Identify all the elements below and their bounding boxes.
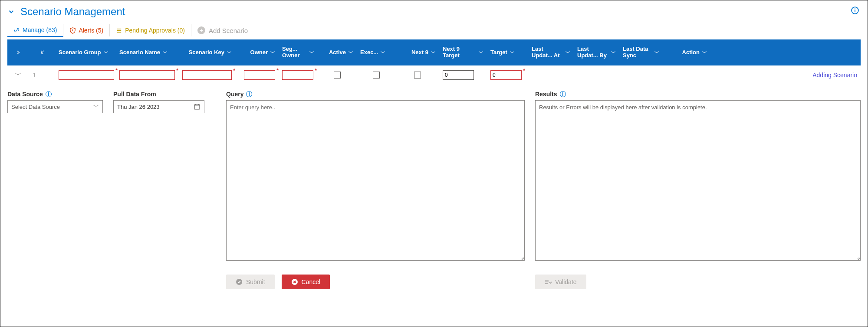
svg-rect-2	[855, 9, 855, 10]
x-circle-icon	[291, 278, 298, 285]
row-collapse-icon[interactable]: ﹀	[15, 71, 21, 79]
cancel-button[interactable]: Cancel	[282, 275, 330, 289]
chevron-down-icon[interactable]: ﹀	[227, 49, 232, 56]
col-index[interactable]: #	[29, 49, 55, 56]
col-expander[interactable]	[7, 50, 29, 55]
pull-data-from-value: Thu Jan 26 2023	[117, 104, 160, 110]
results-field: Results i Results or Errors will be disp…	[535, 91, 861, 289]
scenario-group-input[interactable]	[59, 70, 114, 80]
row-status: Adding Scenario	[812, 72, 857, 78]
col-owner[interactable]: Owner﹀	[235, 49, 279, 56]
chevron-down-icon[interactable]: ﹀	[431, 49, 436, 56]
col-active[interactable]: Active﹀	[318, 49, 357, 56]
add-scenario-button[interactable]: + Add Scenario	[191, 24, 254, 37]
validate-icon	[545, 278, 552, 285]
panel: Scenario Management Manage (83) Alerts (…	[0, 0, 868, 327]
list-icon	[116, 27, 122, 34]
info-icon[interactable]: i	[246, 91, 252, 97]
check-circle-icon	[236, 278, 243, 285]
info-icon[interactable]: i	[46, 91, 52, 97]
row-index: 1	[33, 72, 36, 78]
chevron-down-icon[interactable]: ﹀	[381, 49, 385, 56]
seg-owner-input[interactable]	[282, 70, 313, 80]
data-source-label: Data Source	[7, 91, 43, 98]
chevron-down-icon[interactable]: ﹀	[479, 49, 483, 56]
link-icon	[13, 27, 20, 33]
calendar-icon	[194, 103, 201, 110]
results-label: Results	[535, 91, 557, 98]
col-scenario-key[interactable]: Scenario Key﹀	[179, 49, 235, 56]
next9-checkbox[interactable]	[414, 72, 421, 78]
chevron-down-icon[interactable]: ﹀	[654, 49, 659, 56]
tab-manage-label: Manage (83)	[23, 26, 57, 33]
col-last-updated-by[interactable]: Last Updat... By﹀	[574, 46, 619, 59]
col-scenario-group[interactable]: Scenario Group﹀	[55, 49, 116, 56]
results-placeholder: Results or Errors will be displayed here…	[539, 104, 707, 111]
tab-alerts-label: Alerts (5)	[79, 27, 103, 34]
submit-label: Submit	[246, 278, 265, 285]
tab-pending-label: Pending Approvals (0)	[125, 27, 185, 34]
validate-label: Validate	[555, 278, 577, 285]
form-area: Data Source i Select Data Source ﹀ Pull …	[7, 91, 861, 289]
chevron-down-icon[interactable]: ﹀	[270, 49, 275, 56]
info-icon[interactable]: i	[560, 91, 566, 97]
add-scenario-label: Add Scenario	[209, 27, 248, 34]
tab-manage[interactable]: Manage (83)	[7, 24, 63, 37]
chevron-down-icon[interactable]: ﹀	[309, 49, 314, 56]
pull-data-from-datepicker[interactable]: Thu Jan 26 2023	[113, 100, 204, 113]
next9-target-input[interactable]	[443, 70, 474, 80]
cancel-label: Cancel	[302, 278, 321, 285]
validate-button[interactable]: Validate	[535, 275, 586, 289]
tab-alerts[interactable]: Alerts (5)	[63, 24, 110, 36]
col-last-data-sync[interactable]: Last Data Sync﹀	[619, 46, 663, 59]
col-action[interactable]: Action﹀	[663, 49, 710, 56]
panel-header: Scenario Management	[7, 6, 861, 18]
query-label: Query	[226, 91, 243, 98]
submit-button[interactable]: Submit	[226, 275, 275, 289]
tab-pending-approvals[interactable]: Pending Approvals (0)	[110, 24, 191, 36]
chevron-down-icon[interactable]: ﹀	[566, 49, 570, 56]
owner-input[interactable]	[244, 70, 275, 80]
results-output: Results or Errors will be displayed here…	[535, 100, 861, 261]
chevron-down-icon[interactable]: ﹀	[104, 49, 108, 56]
col-scenario-name[interactable]: Scenario Name﹀	[116, 49, 179, 56]
scenario-name-input[interactable]	[119, 70, 175, 80]
active-checkbox[interactable]	[334, 72, 341, 78]
table-row: ﹀ 1 Adding Scenario	[7, 65, 861, 85]
chevron-down-icon[interactable]: ﹀	[611, 49, 616, 56]
chevron-down-icon[interactable]: ﹀	[163, 49, 168, 56]
page-title: Scenario Management	[20, 6, 125, 18]
pull-data-from-label: Pull Data From	[113, 91, 156, 98]
scenario-key-input[interactable]	[182, 70, 232, 80]
col-target[interactable]: Target﹀	[487, 49, 528, 56]
col-last-updated-at[interactable]: Last Updat... At﹀	[528, 46, 574, 59]
data-source-placeholder: Select Data Source	[11, 104, 60, 110]
query-field: Query i Submit Cancel	[226, 91, 525, 289]
shield-alert-icon	[69, 27, 76, 34]
target-input[interactable]	[490, 70, 522, 80]
chevron-down-icon[interactable]: ﹀	[349, 49, 353, 56]
col-next9-target[interactable]: Next 9 Target﹀	[439, 46, 487, 59]
svg-rect-3	[194, 105, 200, 109]
exec-checkbox[interactable]	[373, 72, 380, 78]
col-seg-owner[interactable]: Seg... Owner﹀	[279, 46, 318, 59]
svg-rect-1	[855, 10, 855, 12]
query-textarea[interactable]	[226, 100, 525, 261]
pull-data-from-field: Pull Data From Thu Jan 26 2023	[113, 91, 204, 113]
col-next9[interactable]: Next 9﹀	[396, 49, 439, 56]
table-header: # Scenario Group﹀ Scenario Name﹀ Scenari…	[7, 39, 861, 65]
plus-circle-icon: +	[197, 26, 205, 34]
info-icon[interactable]	[851, 7, 859, 14]
collapse-panel-icon[interactable]	[7, 8, 15, 16]
data-source-select[interactable]: Select Data Source ﹀	[7, 100, 103, 113]
tab-bar: Manage (83) Alerts (5) Pending Approvals…	[7, 24, 861, 37]
chevron-down-icon: ﹀	[93, 103, 99, 111]
data-source-field: Data Source i Select Data Source ﹀	[7, 91, 103, 113]
chevron-down-icon[interactable]: ﹀	[510, 49, 515, 56]
col-exec[interactable]: Exec...﹀	[357, 49, 396, 56]
chevron-down-icon[interactable]: ﹀	[702, 49, 707, 56]
